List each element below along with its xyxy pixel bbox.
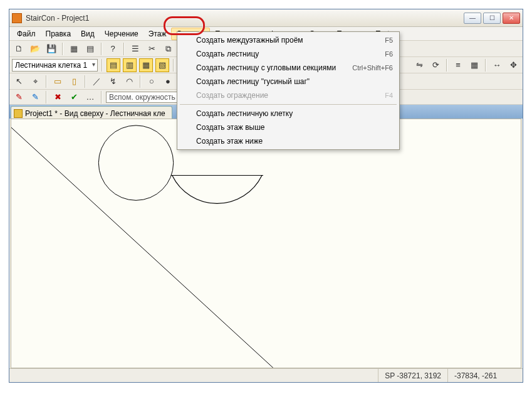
layers-icon[interactable]: ☰: [128, 42, 142, 56]
grid-icon[interactable]: ▦: [467, 58, 481, 72]
menu-create-opening[interactable]: Создать междуэтажный проём F5: [179, 33, 398, 47]
menu-shortcut: F4: [385, 92, 393, 99]
aux-shape-value: Вспом. окружность: [109, 93, 175, 102]
polyline-tool-icon[interactable]: ↯: [106, 75, 120, 88]
new-icon[interactable]: 🗋: [12, 42, 26, 56]
menu-label: Создать лестничную клетку: [196, 109, 293, 118]
app-window: StairCon - Project1 — ☐ ✕ Файл Правка Ви…: [9, 9, 523, 383]
menu-file[interactable]: Файл: [12, 28, 41, 40]
save-icon[interactable]: 💾: [44, 42, 58, 56]
svg-line-0: [11, 119, 298, 368]
close-button[interactable]: ✕: [503, 13, 520, 24]
drawing-canvas[interactable]: [11, 119, 521, 368]
snap-icon[interactable]: ✥: [506, 58, 520, 72]
stair-tool-2-icon[interactable]: ▥: [123, 58, 137, 72]
mirror-icon[interactable]: ⇋: [412, 58, 426, 72]
menu-label: Создать этаж ниже: [196, 137, 263, 146]
select-icon[interactable]: ↖: [12, 75, 26, 88]
menu-label: Создать этаж выше: [196, 123, 265, 132]
menu-create-goose-stair[interactable]: Создать лестницу "гусиный шаг": [179, 75, 398, 88]
rect2-tool-icon[interactable]: ▯: [67, 75, 81, 88]
status-coords: -37834, -261: [447, 369, 523, 382]
menu-label: Создать лестницу с угловыми секциями: [196, 63, 336, 72]
menu-label: Создать лестницу "гусиный шаг": [196, 77, 310, 86]
menu-view[interactable]: Вид: [76, 28, 100, 40]
menu-drawing[interactable]: Черчение: [100, 28, 143, 40]
document-tab-label: Project1 * - Вид сверху - Лестничная кле: [25, 109, 165, 118]
menu-shortcut: F6: [385, 50, 393, 58]
menu-label: Создать ограждение: [196, 91, 268, 100]
minimize-button[interactable]: —: [464, 13, 481, 24]
document-tab-icon: [14, 109, 23, 118]
open-icon[interactable]: 📂: [28, 42, 42, 56]
stairwell-combo[interactable]: Лестничная клетка 1: [12, 59, 98, 72]
stair-tool-1-icon[interactable]: ▤: [107, 58, 120, 72]
stair-tool-4-icon[interactable]: ▧: [155, 58, 169, 72]
app-icon: [12, 13, 22, 23]
filled-circle-icon[interactable]: ●: [161, 75, 175, 88]
status-sp: SP -38721, 3192: [378, 369, 447, 382]
sheet2-icon[interactable]: ▤: [83, 42, 97, 56]
menu-label: Создать лестницу: [196, 50, 259, 58]
sheet1-icon[interactable]: ▦: [67, 42, 81, 56]
menu-create-stairwell[interactable]: Создать лестничную клетку: [179, 107, 398, 120]
accept-icon[interactable]: ✔: [67, 90, 81, 104]
stair-tool-3-icon[interactable]: ▦: [139, 58, 153, 72]
circle-tool-icon[interactable]: ○: [145, 75, 159, 88]
rotate-icon[interactable]: ⟳: [429, 58, 442, 72]
canvas-svg: [11, 119, 521, 368]
cut-icon[interactable]: ✂: [145, 42, 159, 56]
menu-create-floor-above[interactable]: Создать этаж выше: [179, 120, 398, 134]
rect-tool-icon[interactable]: ▭: [51, 75, 65, 88]
titlebar: StairCon - Project1 — ☐ ✕: [9, 9, 523, 27]
svg-point-1: [98, 125, 173, 200]
menu-shortcut: Ctrl+Shift+F6: [352, 64, 393, 72]
window-title: StairCon - Project1: [26, 14, 464, 23]
statusbar: SP -38721, 3192 -37834, -261: [9, 368, 523, 382]
create-dropdown: Создать междуэтажный проём F5 Создать ле…: [177, 31, 400, 150]
menu-label: Создать междуэтажный проём: [196, 36, 303, 45]
menu-edit[interactable]: Правка: [41, 28, 76, 40]
more-icon[interactable]: …: [83, 90, 97, 104]
menu-floor[interactable]: Этаж: [143, 28, 172, 40]
marker-b-icon[interactable]: ✎: [28, 90, 42, 104]
menu-create-corner-stair[interactable]: Создать лестницу с угловыми секциями Ctr…: [179, 61, 398, 75]
menu-create-floor-below[interactable]: Создать этаж ниже: [179, 134, 398, 148]
menu-create-stair[interactable]: Создать лестницу F6: [179, 47, 398, 61]
stairwell-combo-value: Лестничная клетка 1: [15, 61, 87, 70]
maximize-button[interactable]: ☐: [483, 13, 501, 24]
line-tool-icon[interactable]: ／: [90, 75, 103, 88]
copy-icon[interactable]: ⧉: [161, 42, 175, 56]
measure-icon[interactable]: ↔: [490, 58, 504, 72]
pick-icon[interactable]: ⌖: [28, 75, 42, 88]
marker-a-icon[interactable]: ✎: [12, 90, 26, 104]
reject-icon[interactable]: ✖: [51, 90, 65, 104]
arc-tool-icon[interactable]: ◠: [122, 75, 136, 88]
menu-shortcut: F5: [385, 36, 393, 44]
align-icon[interactable]: ≡: [451, 58, 465, 72]
help-icon[interactable]: ?: [106, 42, 120, 56]
menu-create-railing: Создать ограждение F4: [179, 88, 398, 102]
document-tab[interactable]: Project1 * - Вид сверху - Лестничная кле: [11, 106, 172, 119]
